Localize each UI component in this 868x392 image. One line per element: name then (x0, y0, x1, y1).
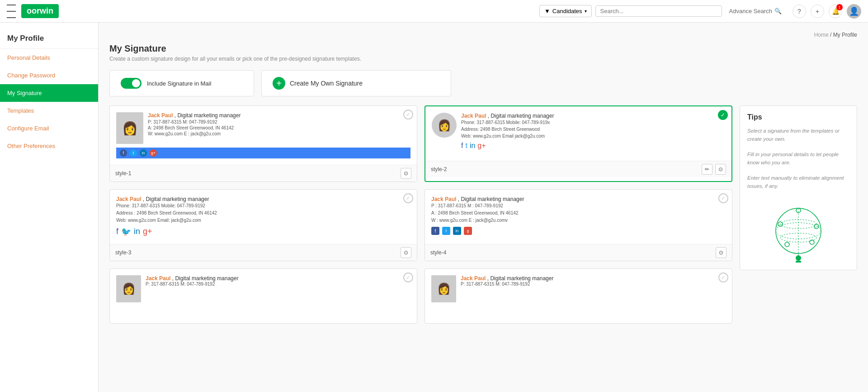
style2-name: Jack Paul , Digital marketing manager (461, 113, 554, 119)
tips-line2: Fill in your personal details to let peo… (747, 150, 849, 167)
style4-social: f t in g (431, 227, 726, 235)
s3-fb-icon: f (116, 227, 118, 237)
style2-actions: ✏ ⊙ (702, 164, 726, 175)
sig-style3: Jack Paul , Digital marketing manager Ph… (116, 196, 410, 237)
avatar-button[interactable]: 👤 (847, 4, 861, 19)
s3-li-icon: in (134, 227, 140, 237)
s2-tw-icon: t (465, 142, 467, 150)
svg-point-12 (796, 255, 801, 261)
search-area: ▼ Candidates ▾ Advance Search 🔍 ? + 🔔 1 … (539, 4, 861, 19)
style1-label: style-1 (115, 170, 131, 177)
tips-illustration (747, 199, 849, 263)
style4-check-badge[interactable]: ✓ (718, 193, 728, 203)
style4-detail2: A : 2498 Birch Street Greenwood, IN 4614… (431, 210, 726, 217)
style1-detail3: W: www.g2u.com E : jack@g2u.com (148, 131, 241, 136)
help-icon-button[interactable]: ? (793, 5, 806, 18)
search-filter-button[interactable]: ▼ Candidates ▾ (539, 5, 592, 17)
style6-avatar: 👩 (431, 275, 456, 302)
add-icon-button[interactable]: + (811, 5, 824, 18)
sidebar-item-my-signature[interactable]: My Signature (0, 84, 98, 102)
style1-detail2: A: 2498 Birch Street Greenwood, IN 46142 (148, 125, 241, 130)
style1-footer: style-1 ⊙ (110, 165, 417, 182)
style2-detail1: Phone: 317-887-6315 Mobile: 047-789-919x (461, 119, 554, 126)
tips-panel: Tips Select a signature from the templat… (740, 105, 857, 324)
style3-detail3: Web: www.g2u.com Email: jack@g2u.com (116, 217, 410, 224)
style5-avatar: 👩 (116, 275, 141, 302)
svg-rect-13 (796, 261, 801, 263)
fb-icon: f (120, 149, 127, 157)
style3-label: style-3 (115, 249, 131, 256)
style1-detail1: P: 317-887-6315 M: 047-789-9192 (148, 120, 241, 124)
style3-name: Jack Paul , Digital marketing manager (116, 196, 410, 202)
style4-actions: ⊙ (716, 247, 726, 258)
style4-footer: style-4 ⊙ (425, 244, 732, 261)
style1-avatar: 👩 (116, 112, 143, 144)
style5-check-badge[interactable]: ✓ (403, 272, 413, 282)
breadcrumb: Home / My Profile (109, 32, 857, 38)
include-signature-toggle[interactable] (121, 78, 142, 89)
style2-detail2: Address: 2498 Birch Street Greenwood (461, 126, 554, 133)
style4-detail3: W : www.g2u.com E : jack@g2u.comv (431, 217, 726, 224)
nav-icons: ? + 🔔 1 👤 (793, 4, 861, 19)
templates-grid: ✓ 👩 Jack Paul , Digital marketing manage… (109, 105, 732, 324)
top-navigation: oorwin ▼ Candidates ▾ Advance Search 🔍 ?… (0, 0, 868, 23)
style2-label: style-2 (431, 166, 447, 172)
sidebar-item-change-password[interactable]: Change Password (0, 67, 98, 84)
main-content: Home / My Profile My Signature Create a … (99, 23, 868, 392)
sidebar-item-other-preferences[interactable]: Other Preferences (0, 137, 98, 155)
style6-info: Jack Paul , Digital marketing manager P:… (461, 275, 553, 302)
sidebar-item-personal-details[interactable]: Personal Details (0, 49, 98, 67)
style3-detail2: Address : 2498 Birch Street Greenwood, I… (116, 210, 410, 217)
style1-name: Jack Paul , Digital marketing manager (148, 112, 241, 119)
sidebar-item-templates[interactable]: Templates (0, 102, 98, 120)
style3-footer: style-3 ⊙ (110, 244, 417, 261)
style4-label: style-4 (430, 249, 446, 256)
logo: oorwin (21, 4, 59, 18)
advance-search-label: Advance Search (729, 8, 772, 14)
tw-icon: t (130, 149, 137, 157)
style3-actions: ⊙ (401, 247, 411, 258)
breadcrumb-home[interactable]: Home (814, 32, 829, 38)
sidebar-item-configure-email[interactable]: Configure Email (0, 120, 98, 137)
search-input-wrap (595, 5, 722, 17)
template-card-style2: ✓ 👩 Jack Paul , Digital marketing manage… (425, 105, 732, 182)
template-card-style5: ✓ 👩 Jack Paul , Digital marketing manage… (109, 268, 417, 324)
style1-preview: 👩 Jack Paul , Digital marketing manager … (110, 106, 417, 165)
style1-preview-btn[interactable]: ⊙ (401, 168, 411, 179)
sidebar: My Profile Personal Details Change Passw… (0, 23, 99, 392)
style3-social: f 🐦 in g+ (116, 227, 410, 237)
template-card-style6: ✓ 👩 Jack Paul , Digital marketing manage… (425, 268, 732, 324)
chevron-down-icon: ▾ (585, 9, 587, 14)
include-signature-label: Include Signature in Mail (147, 80, 211, 87)
s2-li-icon: in (470, 142, 475, 150)
style6-preview: 👩 Jack Paul , Digital marketing manager … (425, 269, 732, 323)
style3-preview-btn[interactable]: ⊙ (401, 247, 411, 258)
style2-edit-btn[interactable]: ✏ (702, 164, 712, 175)
style5-info: Jack Paul , Digital marketing manager P:… (146, 275, 238, 302)
style2-preview-btn[interactable]: ⊙ (715, 164, 726, 175)
s3-tw-icon: 🐦 (121, 227, 131, 237)
style4-preview-btn[interactable]: ⊙ (716, 247, 726, 258)
filter-icon: ▼ (544, 8, 550, 14)
create-own-signature-box[interactable]: + Create My Own Signature (261, 70, 451, 96)
s4-li-icon: in (453, 227, 461, 235)
search-input[interactable] (600, 8, 717, 14)
style1-check-badge[interactable]: ✓ (403, 110, 413, 120)
hamburger-menu[interactable] (7, 3, 16, 20)
style6-check-badge[interactable]: ✓ (718, 272, 728, 282)
style5-preview: 👩 Jack Paul , Digital marketing manager … (110, 269, 417, 323)
breadcrumb-separator: / (830, 32, 833, 38)
style5-detail1: P: 317-887-6315 M: 047-789-9192 (146, 282, 238, 287)
notification-button[interactable]: 🔔 1 (829, 5, 842, 18)
style1-social: f t in g+ (116, 148, 410, 158)
page-subtitle: Create a custom signature design for all… (109, 56, 857, 62)
style4-detail1: P : 317-887-6315 M : 047-789-9192 (431, 202, 726, 210)
breadcrumb-current: My Profile (833, 32, 857, 38)
signature-options-row: Include Signature in Mail + Create My Ow… (109, 70, 857, 96)
style6-detail1: P: 317-887-6315 M: 047-789-9192 (461, 282, 553, 287)
include-signature-box: Include Signature in Mail (109, 70, 254, 96)
style6-name: Jack Paul , Digital marketing manager (461, 275, 553, 282)
advance-search-button[interactable]: Advance Search 🔍 (726, 8, 785, 14)
style2-check-badge[interactable]: ✓ (718, 110, 728, 120)
style3-check-badge[interactable]: ✓ (403, 193, 413, 203)
